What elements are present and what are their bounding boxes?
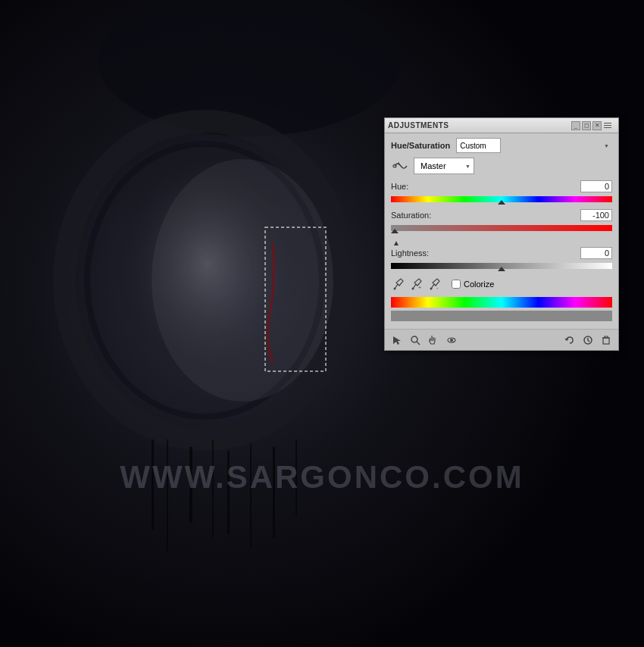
svg-text:-: - xyxy=(436,285,439,290)
svg-line-22 xyxy=(417,342,420,345)
colorize-row: + - Colorize xyxy=(391,277,612,291)
spectrum-after-bar xyxy=(391,311,612,321)
hue-thumb[interactable] xyxy=(498,194,505,205)
lightness-track[interactable] xyxy=(391,261,612,271)
lightness-slider-row: Lightness: xyxy=(391,247,612,271)
menu-line xyxy=(604,123,611,123)
svg-point-19 xyxy=(430,288,433,290)
saturation-bar xyxy=(391,225,612,231)
spectrum-section xyxy=(391,297,612,321)
channel-row: Master Reds Yellows Greens Cyans Blues M… xyxy=(391,158,612,174)
adjustments-panel: ADJUSTMENTS _ ◻ ✕ Hue/Saturation Custom … xyxy=(384,117,619,351)
svg-point-13 xyxy=(152,159,333,402)
svg-text:+: + xyxy=(418,285,421,290)
toolbar-left xyxy=(389,333,459,348)
eyedropper-subtract-button[interactable]: - xyxy=(427,277,442,291)
sat-header: Saturation: xyxy=(391,209,612,221)
reset-button[interactable] xyxy=(580,333,596,348)
menu-line xyxy=(604,125,611,126)
saturation-label: Saturation: xyxy=(391,211,431,220)
svg-rect-26 xyxy=(603,338,609,344)
lightness-thumb[interactable] xyxy=(498,261,505,271)
svg-rect-11 xyxy=(273,447,275,538)
svg-rect-12 xyxy=(295,439,297,515)
toolbar-right xyxy=(562,333,614,348)
svg-rect-5 xyxy=(152,439,154,530)
panel-body: Hue/Saturation Custom Default Cyanotype … xyxy=(385,133,618,329)
lightness-label: Lightness: xyxy=(391,248,429,258)
restore-button[interactable]: ◻ xyxy=(582,121,591,130)
colorize-label[interactable]: Colorize xyxy=(452,280,494,289)
undo-button[interactable] xyxy=(562,333,577,348)
channel-select[interactable]: Master Reds Yellows Greens Cyans Blues M… xyxy=(414,158,474,174)
select-tool-button[interactable] xyxy=(389,333,405,348)
panel-titlebar: ADJUSTMENTS _ ◻ ✕ xyxy=(385,118,618,133)
svg-point-24 xyxy=(450,339,453,342)
preset-dropdown-wrapper: Custom Default Cyanotype Desaturate Sepi… xyxy=(456,138,612,153)
channel-select-wrapper: Master Reds Yellows Greens Cyans Blues M… xyxy=(414,158,474,174)
saturation-value-input[interactable] xyxy=(580,209,612,221)
hue-label: Hue: xyxy=(391,182,408,191)
panel-menu-button[interactable] xyxy=(603,120,615,131)
delete-button[interactable] xyxy=(599,333,614,348)
saturation-thumb[interactable] xyxy=(391,223,399,233)
panel-controls: _ ◻ ✕ xyxy=(571,120,615,131)
panel-toolbar xyxy=(385,329,618,350)
preset-select[interactable]: Custom Default Cyanotype Desaturate Sepi… xyxy=(456,138,501,153)
hs-header: Hue/Saturation Custom Default Cyanotype … xyxy=(391,138,612,153)
hue-slider-row: Hue: xyxy=(391,180,612,205)
hue-header: Hue: xyxy=(391,180,612,192)
panel-title: ADJUSTMENTS xyxy=(388,121,449,130)
colorize-text: Colorize xyxy=(464,280,494,289)
adjustment-type-label: Hue/Saturation xyxy=(391,141,450,150)
zoom-tool-button[interactable] xyxy=(408,333,423,348)
hand-tool-button[interactable] xyxy=(426,333,441,348)
lightness-value-input[interactable] xyxy=(580,247,612,259)
minimize-button[interactable]: _ xyxy=(571,121,580,130)
svg-point-21 xyxy=(411,336,417,342)
saturation-track[interactable] xyxy=(391,223,612,233)
lightness-indicator: ▲ xyxy=(391,238,612,247)
hue-track[interactable] xyxy=(391,194,612,205)
eye-tool-button[interactable] xyxy=(444,333,459,348)
svg-rect-10 xyxy=(250,443,252,549)
svg-rect-8 xyxy=(212,439,214,538)
light-header: Lightness: xyxy=(391,247,612,259)
eyedropper-button[interactable] xyxy=(391,277,406,291)
svg-point-17 xyxy=(412,288,414,290)
hue-value-input[interactable] xyxy=(580,180,612,192)
eyedropper-group: + - xyxy=(391,277,442,291)
saturation-slider-row: Saturation: xyxy=(391,209,612,233)
svg-rect-7 xyxy=(189,447,192,523)
colorize-checkbox[interactable] xyxy=(452,280,461,289)
svg-point-16 xyxy=(394,288,396,290)
svg-rect-6 xyxy=(167,439,168,553)
spectrum-before-bar xyxy=(391,297,612,308)
close-button[interactable]: ✕ xyxy=(592,121,602,130)
channel-icon xyxy=(391,158,409,173)
menu-line xyxy=(604,127,611,128)
eyedropper-add-button[interactable]: + xyxy=(409,277,424,291)
svg-rect-9 xyxy=(227,451,230,534)
